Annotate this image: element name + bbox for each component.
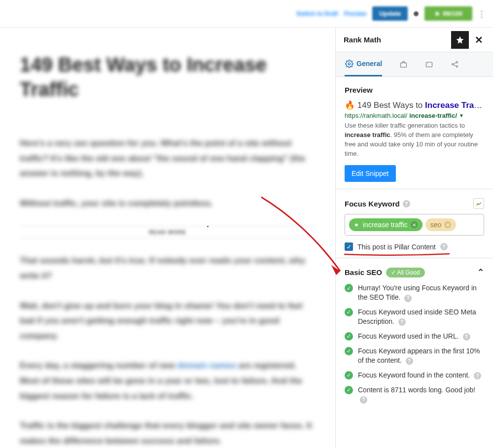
all-good-badge: ✓ All Good [386,268,425,277]
seo-check-item: ✓ Focus Keyword found in the content. ? [345,371,484,380]
preview-section-title: Preview [345,86,484,94]
help-icon[interactable]: ? [403,200,410,207]
help-icon[interactable]: ? [398,318,406,326]
check-icon: ✓ [345,332,353,341]
share-icon [450,60,459,69]
basic-seo-label: Basic SEO [345,268,382,276]
editor-top-toolbar: Switch to Draft Preview Update ★88/100 ⋯ [0,0,493,28]
help-icon[interactable]: ? [360,396,367,404]
seo-checklist: ✓ Hurray! You're using Focus Keyword in … [345,283,484,404]
svg-point-5 [456,66,458,67]
remove-keyword-icon[interactable]: ✕ [411,221,418,228]
help-icon[interactable]: ? [404,295,412,302]
preview-section: Preview 🔥 149 Best Ways to Increase Traf… [336,77,493,189]
briefcase-icon [399,60,408,69]
seo-check-item: ✓ Focus Keyword appears in the first 10%… [345,346,484,365]
svg-point-2 [427,63,428,64]
svg-rect-0 [400,63,406,67]
preview-link[interactable]: Preview [344,10,366,17]
post-paragraph[interactable]: Wait, don't give up and burn your blog i… [20,299,316,344]
panel-tabs-row: General [336,52,493,77]
read-more-tag[interactable]: READ MORE [20,226,316,239]
remove-keyword-icon[interactable]: ✕ [444,221,451,228]
check-icon: ✓ [345,308,353,316]
tab-advanced[interactable] [399,52,408,76]
pillar-content-row[interactable]: ✓ This post is Pillar Content ? [345,242,484,251]
update-button[interactable]: Update [372,6,408,21]
rankmath-score-button[interactable]: ★88/100 [424,6,472,21]
seo-check-item: ✓ Hurray! You're using Focus Keyword in … [345,283,484,302]
settings-icon[interactable] [414,11,419,16]
help-icon[interactable]: ? [463,333,470,341]
post-paragraph[interactable]: Here's a very zen question for you. What… [20,136,316,181]
post-editor-body: 149 Best Ways to Increase Traffic Here's… [0,28,335,448]
preview-snippet-title[interactable]: 🔥 149 Best Ways to Increase Traf… [345,100,484,111]
close-icon[interactable]: ✕ [473,32,485,48]
annotation-dot [207,226,209,227]
tab-general[interactable]: General [345,52,382,76]
focus-keyword-label: Focus Keyword [345,200,400,208]
star-icon[interactable] [451,31,469,49]
pillar-label: This post is Pillar Content [357,243,436,251]
keyword-pill-primary[interactable]: ★ increase traffic ✕ [349,218,423,231]
seo-check-item: ✓ Focus Keyword used in the URL. ? [345,332,484,341]
keyword-input-box[interactable]: ★ increase traffic ✕ seo ✕ [345,214,484,236]
svg-rect-1 [426,62,432,67]
trends-button[interactable] [473,198,484,209]
caret-down-icon[interactable]: ▼ [459,113,464,118]
post-title[interactable]: 149 Best Ways to Increase Traffic [20,52,316,102]
gear-icon [345,59,353,68]
tab-schema[interactable] [424,52,433,76]
tab-social[interactable] [450,52,459,76]
rankmath-sidebar-panel: Rank Math ✕ General [335,28,493,448]
check-icon: ✓ [345,386,353,394]
help-icon[interactable]: ? [440,243,448,250]
post-paragraph[interactable]: That sounds harsh, but it's true. If nob… [20,253,316,283]
svg-point-3 [452,64,453,65]
chevron-up-icon[interactable]: ⌃ [477,267,484,277]
check-icon: ✓ [345,284,353,292]
help-icon[interactable]: ? [474,372,481,379]
preview-snippet-desc[interactable]: Use these killer traffic generation tact… [345,121,484,158]
basic-seo-section: Basic SEO ✓ All Good ⌃ ✓ Hurray! You're … [336,258,493,411]
check-icon: ✓ [345,347,353,355]
kebab-menu-icon[interactable]: ⋯ [477,10,488,18]
post-paragraph[interactable]: Traffic is the biggest challenge that ev… [20,418,316,448]
focus-keyword-section: Focus Keyword ? ★ increase traffic ✕ seo… [336,189,493,258]
keyword-pill-secondary[interactable]: seo ✕ [425,218,457,231]
seo-check-item: ✓ Focus Keyword used inside SEO Meta Des… [345,308,484,326]
panel-title: Rank Math [344,35,381,44]
pillar-checkbox[interactable]: ✓ [345,242,353,251]
inline-link[interactable]: domain names [177,361,236,370]
seo-check-item: ✓ Content is 8711 words long. Good job! … [345,385,484,404]
edit-snippet-button[interactable]: Edit Snippet [345,165,396,182]
svg-point-4 [456,62,458,63]
post-paragraph[interactable]: Without traffic, your site is completely… [20,196,316,211]
post-paragraph[interactable]: Every day, a staggering number of new do… [20,358,316,404]
help-icon[interactable]: ? [406,357,413,365]
check-icon: ✓ [345,371,353,379]
schema-icon [424,60,433,69]
star-icon: ★ [354,222,359,228]
preview-snippet-url[interactable]: https://rankmath.local/increase-traffic/… [345,112,484,119]
switch-to-draft-link[interactable]: Switch to Draft [296,10,338,17]
